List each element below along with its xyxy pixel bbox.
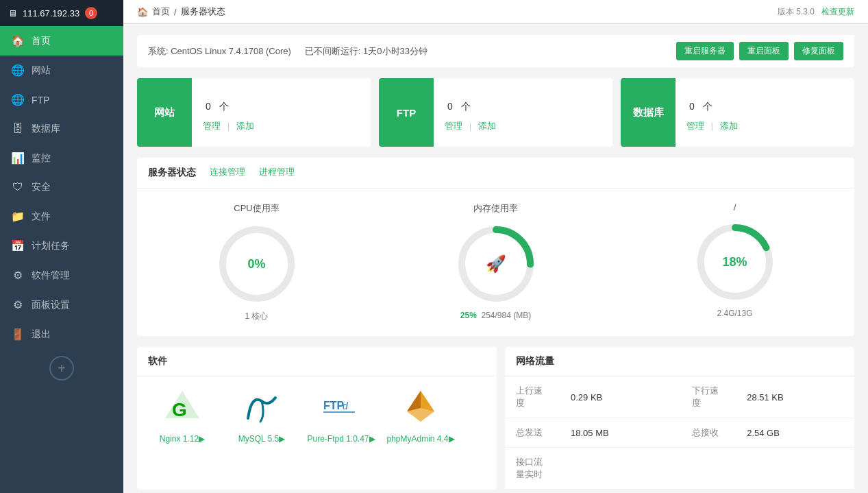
shield-icon: 🛡 [11, 181, 25, 193]
sidebar-label-settings: 面板设置 [32, 299, 70, 311]
website-stat-card: 网站 0 个 管理 | 添加 [137, 78, 371, 147]
website-add-link[interactable]: 添加 [236, 121, 254, 131]
server-status-title: 服务器状态 [148, 167, 196, 179]
network-title: 网络流量 [505, 347, 854, 376]
add-button[interactable]: + [49, 356, 74, 381]
svg-text:G: G [172, 399, 187, 420]
monitor-icon: 🖥 [8, 8, 17, 19]
ftp-count: 0 个 [445, 93, 602, 115]
calendar-icon: 📅 [11, 239, 25, 252]
website-card-links: 管理 | 添加 [203, 120, 360, 132]
memory-label: 内存使用率 [473, 202, 518, 215]
sidebar-item-database[interactable]: 🗄 数据库 [0, 115, 123, 143]
db-card-links: 管理 | 添加 [686, 120, 843, 132]
phpmyadmin-icon [400, 387, 441, 429]
software-section: 软件 G Nginx 1.12▶ [137, 347, 497, 490]
disk-gauge-canvas: 18% [694, 221, 776, 303]
nginx-label: Nginx 1.12▶ [160, 434, 205, 444]
disk-gauge: / 18% 2.4G/13G [615, 202, 854, 322]
total-sent-value: 18.05 MB [560, 418, 681, 448]
sidebar-label-security: 安全 [32, 181, 51, 193]
cpu-gauge-canvas: 0% [216, 223, 298, 305]
sidebar-item-cron[interactable]: 📅 计划任务 [0, 231, 123, 261]
cpu-gauge: CPU使用率 0% 1 核心 [137, 202, 376, 322]
sidebar-label-home: 首页 [32, 35, 51, 47]
home-icon: 🏠 [11, 34, 25, 47]
server-status-header: 服务器状态 连接管理 进程管理 [137, 158, 854, 189]
home-breadcrumb-icon: 🏠 [137, 7, 148, 17]
svg-text:FTP: FTP [323, 400, 345, 411]
db-count: 0 个 [686, 93, 843, 115]
sidebar-item-files[interactable]: 📁 文件 [0, 202, 123, 231]
disk-label: / [734, 202, 736, 213]
stats-row: 网站 0 个 管理 | 添加 FTP 0 个 [137, 78, 854, 147]
phpmyadmin-label: phpMyAdmin 4.4▶ [386, 434, 454, 444]
breadcrumb-current: 服务器状态 [181, 5, 225, 18]
sidebar-label-database: 数据库 [32, 123, 60, 135]
memory-sub: 25% 254/984 (MB) [460, 311, 531, 320]
restart-panel-button[interactable]: 重启面板 [739, 42, 789, 60]
system-buttons: 重启服务器 重启面板 修复面板 [676, 42, 843, 60]
sidebar-item-security[interactable]: 🛡 安全 [0, 173, 123, 202]
notification-badge: 0 [85, 7, 97, 19]
breadcrumb: 🏠 首页 / 服务器状态 [137, 5, 225, 18]
nginx-software-item[interactable]: G Nginx 1.12▶ [148, 387, 216, 444]
sidebar-item-monitor[interactable]: 📊 监控 [0, 143, 123, 173]
uptime-info: 已不间断运行: 1天0小时33分钟 [305, 45, 427, 58]
ftp-stat-card: FTP 0 个 管理 | 添加 [379, 78, 612, 147]
disk-sub: 2.4G/13G [717, 309, 752, 318]
gauges-row: CPU使用率 0% 1 核心 内存使用率 [137, 189, 854, 336]
website-card-icon: 网站 [137, 78, 192, 147]
sidebar-item-logout[interactable]: 🚪 退出 [0, 320, 123, 349]
sidebar-item-website[interactable]: 🌐 网站 [0, 56, 123, 85]
logout-icon: 🚪 [11, 328, 25, 341]
db-card-icon: 数据库 [621, 78, 675, 147]
ftp-manage-link[interactable]: 管理 [445, 121, 462, 131]
breadcrumb-separator: / [174, 7, 177, 17]
total-recv-label: 总接收 [681, 418, 736, 448]
restart-server-button[interactable]: 重启服务器 [676, 42, 734, 60]
ftpd-software-item[interactable]: FTP d Pure-Ftpd 1.0.47▶ [307, 387, 375, 444]
connection-mgmt-tab[interactable]: 连接管理 [210, 166, 245, 180]
process-mgmt-tab[interactable]: 进程管理 [259, 166, 295, 180]
ftp-icon: 🌐 [11, 93, 25, 106]
sidebar-label-ftp: FTP [32, 95, 49, 106]
ftp-card-links: 管理 | 添加 [445, 120, 602, 132]
ftp-add-link[interactable]: 添加 [478, 121, 496, 131]
db-add-link[interactable]: 添加 [720, 121, 738, 131]
database-icon: 🗄 [11, 123, 25, 135]
ftpd-label: Pure-Ftpd 1.0.47▶ [307, 434, 375, 444]
folder-icon: 📁 [11, 210, 25, 223]
network-section: 网络流量 上行速度 0.29 KB 下行速度 28.51 KB 总发送 18.0… [505, 347, 854, 490]
ftpd-icon: FTP d [321, 387, 362, 429]
website-manage-link[interactable]: 管理 [203, 121, 221, 131]
upload-speed-value: 0.29 KB [560, 376, 681, 418]
sidebar-item-ftp[interactable]: 🌐 FTP [0, 85, 123, 115]
phpmyadmin-software-item[interactable]: phpMyAdmin 4.4▶ [386, 387, 455, 444]
db-stat-card: 数据库 0 个 管理 | 添加 [621, 78, 854, 147]
sidebar-header: 🖥 111.67.192.33 0 [0, 0, 123, 26]
network-row-0: 上行速度 0.29 KB 下行速度 28.51 KB [505, 376, 854, 418]
download-speed-label: 下行速度 [681, 376, 736, 418]
repair-panel-button[interactable]: 修复面板 [794, 42, 843, 60]
db-manage-link[interactable]: 管理 [686, 121, 704, 131]
realtime-label: 接口流量实时 [505, 448, 560, 490]
sidebar-label-logout: 退出 [32, 328, 51, 341]
total-sent-label: 总发送 [505, 418, 560, 448]
website-icon: 🌐 [11, 64, 25, 77]
breadcrumb-home[interactable]: 首页 [152, 5, 170, 18]
sidebar-item-home[interactable]: 🏠 首页 [0, 26, 123, 56]
version-label: 版本 5.3.0 [778, 7, 815, 16]
sidebar-item-software[interactable]: ⚙ 软件管理 [0, 261, 123, 290]
content-area: 系统: CentOS Linux 7.4.1708 (Core) 已不间断运行:… [123, 24, 868, 493]
mysql-software-item[interactable]: MySQL 5.5▶ [227, 387, 296, 444]
download-speed-value: 28.51 KB [736, 376, 854, 418]
update-link[interactable]: 检查更新 [821, 7, 854, 16]
sidebar-label-website: 网站 [32, 64, 51, 77]
server-ip: 111.67.192.33 [23, 8, 79, 19]
sidebar-label-monitor: 监控 [32, 152, 51, 165]
software-title: 软件 [137, 347, 497, 376]
network-row-2: 接口流量实时 [505, 448, 854, 490]
ftp-card-icon: FTP [379, 78, 434, 147]
sidebar-item-settings[interactable]: ⚙ 面板设置 [0, 290, 123, 320]
